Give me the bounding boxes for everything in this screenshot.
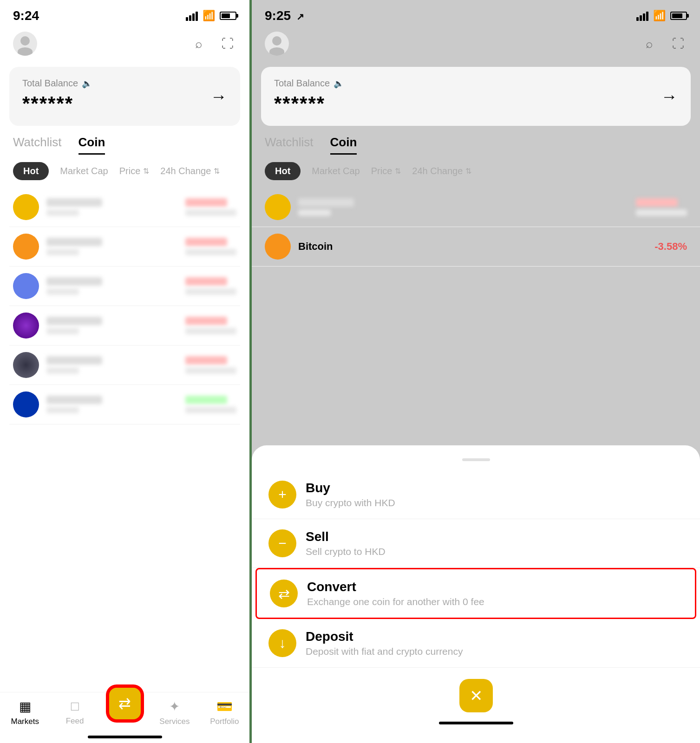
filter-price[interactable]: Price ⇅ (119, 166, 150, 176)
right-battery-icon (670, 12, 687, 20)
sheet-item-buy[interactable]: + Buy Buy crypto with HKD (252, 470, 700, 519)
right-balance-card[interactable]: Total Balance 🔈 ****** → (261, 67, 691, 126)
nav-label-portfolio: Portfolio (210, 717, 239, 726)
coin-logo (13, 194, 39, 220)
list-item[interactable] (9, 385, 240, 424)
nav-label-markets: Markets (11, 717, 39, 726)
right-wifi-icon: 📶 (653, 10, 666, 22)
bitcoin-pct: -3.58% (654, 241, 687, 253)
right-coin-pct (636, 198, 678, 207)
services-icon: ✦ (169, 699, 180, 714)
buy-icon-circle: + (268, 481, 296, 508)
right-coin-change (636, 198, 687, 216)
coin-val (185, 407, 236, 413)
list-item[interactable] (9, 306, 240, 345)
right-expand-icon[interactable]: ⛶ (669, 35, 687, 52)
right-signal-icon (636, 11, 648, 21)
right-filter-hot[interactable]: Hot (265, 162, 301, 180)
list-item[interactable] (9, 345, 240, 385)
convert-title: Convert (307, 580, 682, 594)
sell-text: Sell Sell crypto to HKD (306, 529, 683, 557)
right-tab-coin[interactable]: Coin (330, 135, 357, 155)
close-button[interactable]: ✕ (459, 679, 493, 712)
coin-sub (46, 328, 79, 334)
sheet-item-deposit[interactable]: ↓ Deposit Deposit with fiat and crypto c… (252, 619, 700, 668)
coin-change (185, 396, 236, 413)
search-icon[interactable]: ⌕ (190, 35, 208, 52)
nav-item-portfolio[interactable]: 💳 Portfolio (200, 699, 249, 726)
avatar[interactable] (13, 32, 37, 56)
coin-info (46, 317, 185, 334)
deposit-title: Deposit (306, 629, 683, 644)
convert-button[interactable]: ⇄ (107, 686, 143, 721)
right-tab-watchlist[interactable]: Watchlist (265, 135, 314, 155)
nav-item-services[interactable]: ✦ Services (150, 699, 199, 726)
list-item[interactable] (9, 227, 240, 267)
coin-logo (13, 391, 39, 417)
right-search-icon[interactable]: ⌕ (641, 35, 658, 52)
close-icon: ✕ (470, 686, 483, 705)
right-balance-label: Total Balance 🔈 (274, 78, 344, 89)
left-top-header: ⌕ ⛶ (0, 28, 249, 63)
right-filter-24h-change[interactable]: 24h Change ⇅ (412, 166, 471, 176)
right-panel: 9:25 ↗ 📶 (249, 0, 700, 743)
coin-change (185, 356, 236, 374)
right-balance-amount: ****** (274, 92, 344, 115)
portfolio-icon: 💳 (216, 699, 233, 714)
balance-amount: ****** (22, 92, 92, 115)
coin-list (0, 188, 249, 692)
coin-val (185, 249, 236, 255)
coin-pct (185, 396, 227, 404)
sheet-handle (462, 458, 490, 461)
sheet-item-sell[interactable]: − Sell Sell crypto to HKD (252, 519, 700, 568)
coin-sub (46, 367, 79, 374)
nav-item-feed[interactable]: □ Feed (50, 699, 99, 726)
bitcoin-info: Bitcoin (298, 241, 654, 253)
expand-icon[interactable]: ⛶ (219, 35, 236, 52)
right-status-icons: 📶 (636, 10, 687, 22)
balance-card[interactable]: Total Balance 🔈 ****** → (9, 67, 240, 126)
coin-logo (13, 313, 39, 339)
coin-change (185, 238, 236, 255)
sheet-item-convert[interactable]: ⇄ Convert Exchange one coin for another … (255, 568, 696, 619)
sheet-close-area: ✕ (252, 679, 700, 712)
tabs: Watchlist Coin (0, 135, 249, 155)
coin-logo (13, 352, 39, 378)
right-coin-name (298, 198, 354, 207)
left-status-icons: 📶 (186, 10, 236, 22)
list-item[interactable] (9, 267, 240, 306)
coin-info (46, 238, 185, 255)
coin-pct (185, 356, 227, 365)
list-item[interactable] (9, 188, 240, 227)
right-avatar[interactable] (265, 32, 289, 56)
right-list-item-first[interactable] (252, 188, 700, 227)
tab-coin[interactable]: Coin (79, 135, 105, 155)
coin-name (46, 317, 102, 325)
tab-watchlist[interactable]: Watchlist (13, 135, 62, 155)
filter-24h-change[interactable]: 24h Change ⇅ (160, 166, 220, 176)
right-balance-arrow[interactable]: → (661, 87, 678, 106)
coin-val (185, 328, 236, 334)
coin-change (185, 277, 236, 295)
nav-item-markets[interactable]: ▦ Markets (0, 699, 50, 726)
right-header-actions: ⌕ ⛶ (641, 35, 687, 52)
right-filter-price[interactable]: Price ⇅ (371, 166, 401, 176)
coin-pct (185, 198, 227, 207)
bitcoin-logo (265, 234, 291, 260)
bottom-sheet: + Buy Buy crypto with HKD − Sell Sell cr… (252, 445, 700, 743)
buy-title: Buy (306, 481, 683, 495)
right-filter-market-cap[interactable]: Market Cap (312, 166, 360, 176)
filter-market-cap[interactable]: Market Cap (60, 166, 108, 176)
right-tabs: Watchlist Coin (252, 135, 700, 155)
right-coin-info (298, 198, 636, 216)
right-balance-info: Total Balance 🔈 ****** (274, 78, 344, 115)
convert-desc: Exchange one coin for another with 0 fee (307, 596, 682, 607)
filter-row: Hot Market Cap Price ⇅ 24h Change ⇅ (0, 162, 249, 180)
right-time: 9:25 ↗ (265, 8, 304, 23)
balance-arrow[interactable]: → (210, 87, 227, 106)
right-bitcoin-row[interactable]: Bitcoin -3.58% (252, 227, 700, 267)
left-status-bar: 9:24 📶 (0, 0, 249, 28)
coin-change (185, 198, 236, 216)
right-status-bar: 9:25 ↗ 📶 (252, 0, 700, 28)
filter-hot[interactable]: Hot (13, 162, 49, 180)
